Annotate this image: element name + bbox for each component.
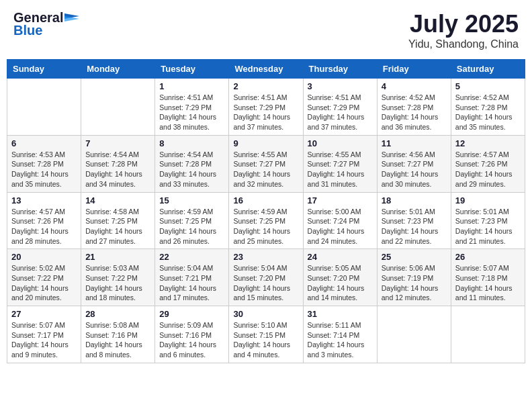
day-info: Sunrise: 5:09 AM Sunset: 7:16 PM Dayligh… [159, 320, 224, 360]
calendar-week-row: 13Sunrise: 4:57 AM Sunset: 7:26 PM Dayli… [7, 192, 525, 249]
day-info: Sunrise: 5:07 AM Sunset: 7:18 PM Dayligh… [455, 263, 521, 303]
day-number: 2 [233, 81, 298, 91]
title-block: July 2025 Yidu, Shandong, China [408, 10, 519, 50]
day-info: Sunrise: 4:57 AM Sunset: 7:26 PM Dayligh… [455, 150, 521, 189]
day-number: 22 [159, 252, 224, 262]
calendar-cell [377, 306, 451, 363]
day-info: Sunrise: 4:56 AM Sunset: 7:27 PM Dayligh… [382, 150, 447, 189]
calendar-cell: 13Sunrise: 4:57 AM Sunset: 7:26 PM Dayli… [7, 192, 81, 249]
day-info: Sunrise: 4:51 AM Sunset: 7:29 PM Dayligh… [308, 93, 373, 132]
day-number: 24 [308, 252, 373, 262]
day-number: 11 [382, 138, 447, 148]
day-number: 16 [233, 195, 298, 205]
logo-flag-icon [64, 13, 79, 24]
day-number: 8 [159, 138, 224, 148]
calendar-cell: 28Sunrise: 5:08 AM Sunset: 7:16 PM Dayli… [81, 306, 155, 363]
day-number: 1 [159, 81, 224, 91]
day-number: 9 [233, 138, 298, 148]
calendar-cell: 20Sunrise: 5:02 AM Sunset: 7:22 PM Dayli… [7, 249, 81, 306]
day-number: 26 [455, 252, 521, 262]
day-info: Sunrise: 5:02 AM Sunset: 7:22 PM Dayligh… [11, 263, 77, 303]
day-number: 30 [233, 309, 298, 319]
calendar-cell: 6Sunrise: 4:53 AM Sunset: 7:28 PM Daylig… [7, 135, 81, 192]
day-number: 15 [159, 195, 224, 205]
day-header-friday: Friday [377, 60, 451, 79]
day-number: 31 [308, 309, 373, 319]
calendar-cell: 3Sunrise: 4:51 AM Sunset: 7:29 PM Daylig… [303, 79, 377, 136]
calendar-cell: 25Sunrise: 5:06 AM Sunset: 7:19 PM Dayli… [377, 249, 451, 306]
day-info: Sunrise: 4:55 AM Sunset: 7:27 PM Dayligh… [233, 150, 298, 189]
calendar-cell: 19Sunrise: 5:01 AM Sunset: 7:23 PM Dayli… [451, 192, 525, 249]
day-number: 23 [233, 252, 298, 262]
day-info: Sunrise: 4:59 AM Sunset: 7:25 PM Dayligh… [159, 207, 224, 246]
calendar-cell: 31Sunrise: 5:11 AM Sunset: 7:14 PM Dayli… [303, 306, 377, 363]
day-number: 18 [382, 195, 447, 205]
day-number: 3 [308, 81, 373, 91]
day-header-monday: Monday [81, 60, 155, 79]
day-number: 13 [11, 195, 77, 205]
day-info: Sunrise: 4:51 AM Sunset: 7:29 PM Dayligh… [159, 93, 224, 132]
calendar-cell: 16Sunrise: 4:59 AM Sunset: 7:25 PM Dayli… [229, 192, 303, 249]
day-info: Sunrise: 4:51 AM Sunset: 7:29 PM Dayligh… [233, 93, 298, 132]
day-number: 14 [85, 195, 150, 205]
day-header-wednesday: Wednesday [229, 60, 303, 79]
day-number: 21 [85, 252, 150, 262]
calendar-cell: 2Sunrise: 4:51 AM Sunset: 7:29 PM Daylig… [229, 79, 303, 136]
month-year-title: July 2025 [408, 10, 519, 38]
day-info: Sunrise: 5:11 AM Sunset: 7:14 PM Dayligh… [308, 320, 373, 360]
logo: General Blue [13, 10, 79, 38]
calendar-cell: 27Sunrise: 5:07 AM Sunset: 7:17 PM Dayli… [7, 306, 81, 363]
day-info: Sunrise: 5:03 AM Sunset: 7:22 PM Dayligh… [85, 263, 150, 303]
day-info: Sunrise: 4:54 AM Sunset: 7:28 PM Dayligh… [159, 150, 224, 189]
calendar-week-row: 27Sunrise: 5:07 AM Sunset: 7:17 PM Dayli… [7, 306, 525, 363]
calendar-cell: 26Sunrise: 5:07 AM Sunset: 7:18 PM Dayli… [451, 249, 525, 306]
calendar-cell: 21Sunrise: 5:03 AM Sunset: 7:22 PM Dayli… [81, 249, 155, 306]
calendar-week-row: 20Sunrise: 5:02 AM Sunset: 7:22 PM Dayli… [7, 249, 525, 306]
day-number: 5 [455, 81, 521, 91]
calendar-cell: 15Sunrise: 4:59 AM Sunset: 7:25 PM Dayli… [155, 192, 229, 249]
calendar-cell: 22Sunrise: 5:04 AM Sunset: 7:21 PM Dayli… [155, 249, 229, 306]
day-info: Sunrise: 5:08 AM Sunset: 7:16 PM Dayligh… [85, 320, 150, 360]
day-info: Sunrise: 4:57 AM Sunset: 7:26 PM Dayligh… [11, 207, 77, 246]
calendar-cell: 10Sunrise: 4:55 AM Sunset: 7:27 PM Dayli… [303, 135, 377, 192]
day-info: Sunrise: 5:10 AM Sunset: 7:15 PM Dayligh… [233, 320, 298, 360]
calendar-cell: 8Sunrise: 4:54 AM Sunset: 7:28 PM Daylig… [155, 135, 229, 192]
day-info: Sunrise: 4:52 AM Sunset: 7:28 PM Dayligh… [382, 93, 447, 132]
calendar-cell [7, 79, 81, 136]
day-info: Sunrise: 4:52 AM Sunset: 7:28 PM Dayligh… [455, 93, 521, 132]
day-number: 28 [85, 309, 150, 319]
day-info: Sunrise: 5:01 AM Sunset: 7:23 PM Dayligh… [455, 207, 521, 246]
day-header-sunday: Sunday [7, 60, 81, 79]
day-info: Sunrise: 5:00 AM Sunset: 7:24 PM Dayligh… [308, 207, 373, 246]
logo-blue-text: Blue [13, 23, 42, 38]
calendar-cell: 30Sunrise: 5:10 AM Sunset: 7:15 PM Dayli… [229, 306, 303, 363]
calendar-cell [451, 306, 525, 363]
day-info: Sunrise: 5:01 AM Sunset: 7:23 PM Dayligh… [382, 207, 447, 246]
calendar-cell: 17Sunrise: 5:00 AM Sunset: 7:24 PM Dayli… [303, 192, 377, 249]
day-info: Sunrise: 4:59 AM Sunset: 7:25 PM Dayligh… [233, 207, 298, 246]
day-info: Sunrise: 4:53 AM Sunset: 7:28 PM Dayligh… [11, 150, 77, 189]
day-info: Sunrise: 5:07 AM Sunset: 7:17 PM Dayligh… [11, 320, 77, 360]
day-info: Sunrise: 5:05 AM Sunset: 7:20 PM Dayligh… [308, 263, 373, 303]
day-number: 27 [11, 309, 77, 319]
day-header-thursday: Thursday [303, 60, 377, 79]
day-info: Sunrise: 4:54 AM Sunset: 7:28 PM Dayligh… [85, 150, 150, 189]
day-info: Sunrise: 5:06 AM Sunset: 7:19 PM Dayligh… [382, 263, 447, 303]
calendar-table: SundayMondayTuesdayWednesdayThursdayFrid… [7, 59, 525, 363]
day-number: 19 [455, 195, 521, 205]
day-number: 7 [85, 138, 150, 148]
calendar-cell: 1Sunrise: 4:51 AM Sunset: 7:29 PM Daylig… [155, 79, 229, 136]
calendar-cell: 24Sunrise: 5:05 AM Sunset: 7:20 PM Dayli… [303, 249, 377, 306]
day-number: 20 [11, 252, 77, 262]
calendar-cell [81, 79, 155, 136]
day-number: 17 [308, 195, 373, 205]
location-subtitle: Yidu, Shandong, China [408, 38, 519, 50]
day-number: 10 [308, 138, 373, 148]
day-info: Sunrise: 4:55 AM Sunset: 7:27 PM Dayligh… [308, 150, 373, 189]
page-header: General Blue July 2025 Yidu, Shandong, C… [7, 7, 525, 54]
calendar-cell: 29Sunrise: 5:09 AM Sunset: 7:16 PM Dayli… [155, 306, 229, 363]
day-number: 4 [382, 81, 447, 91]
calendar-cell: 7Sunrise: 4:54 AM Sunset: 7:28 PM Daylig… [81, 135, 155, 192]
calendar-cell: 4Sunrise: 4:52 AM Sunset: 7:28 PM Daylig… [377, 79, 451, 136]
day-info: Sunrise: 5:04 AM Sunset: 7:20 PM Dayligh… [233, 263, 298, 303]
